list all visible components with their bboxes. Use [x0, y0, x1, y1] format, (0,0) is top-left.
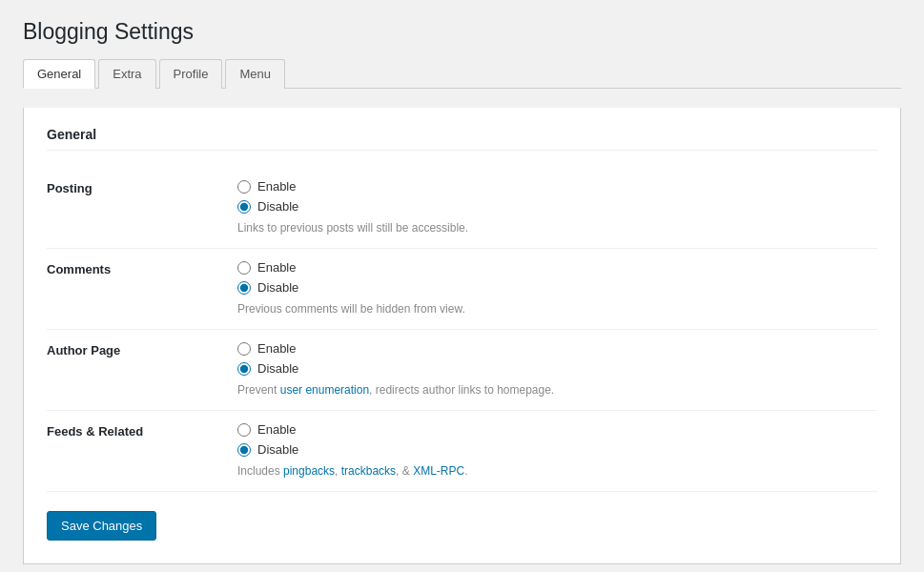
radio-comments-disable[interactable]: Disable: [237, 280, 877, 295]
radio-input-author-enable[interactable]: [237, 342, 251, 356]
link-user-enumeration[interactable]: user enumeration: [280, 383, 369, 397]
page-title: Blogging Settings: [23, 19, 901, 45]
radio-input-author-disable[interactable]: [237, 362, 251, 376]
radio-label-feeds-disable: Disable: [257, 442, 298, 457]
link-trackbacks[interactable]: trackbacks: [341, 464, 396, 478]
tab-profile[interactable]: Profile: [159, 59, 223, 89]
desc-posting: Links to previous posts will still be ac…: [237, 219, 877, 236]
link-xmlrpc[interactable]: XML-RPC: [413, 464, 464, 478]
radio-author-enable[interactable]: Enable: [237, 341, 877, 356]
settings-row-posting: Posting Enable Disable Links to previous…: [47, 168, 877, 249]
controls-feeds: Enable Disable Includes pingbacks, track…: [237, 422, 877, 480]
tab-general[interactable]: General: [23, 59, 95, 89]
radio-input-posting-enable[interactable]: [237, 180, 251, 194]
save-changes-button[interactable]: Save Changes: [47, 511, 156, 541]
controls-posting: Enable Disable Links to previous posts w…: [237, 179, 877, 236]
radio-comments-enable[interactable]: Enable: [237, 260, 877, 275]
desc-comments: Previous comments will be hidden from vi…: [237, 300, 877, 317]
label-feeds: Feeds & Related: [47, 422, 237, 439]
radio-input-feeds-enable[interactable]: [237, 423, 251, 437]
settings-row-comments: Comments Enable Disable Previous comment…: [47, 249, 877, 330]
tabs-bar: General Extra Profile Menu: [23, 58, 901, 89]
label-posting: Posting: [47, 179, 237, 195]
radio-label-author-enable: Enable: [257, 341, 296, 356]
radio-input-comments-disable[interactable]: [237, 281, 251, 295]
desc-author-page: Prevent user enumeration, redirects auth…: [237, 381, 877, 398]
radio-input-comments-enable[interactable]: [237, 261, 251, 275]
radio-posting-enable[interactable]: Enable: [237, 179, 877, 194]
label-author-page: Author Page: [47, 341, 237, 358]
tab-menu[interactable]: Menu: [225, 59, 285, 89]
controls-comments: Enable Disable Previous comments will be…: [237, 260, 877, 317]
label-comments: Comments: [47, 260, 237, 276]
link-pingbacks[interactable]: pingbacks: [283, 464, 335, 478]
radio-input-posting-disable[interactable]: [237, 200, 251, 214]
radio-label-comments-enable: Enable: [257, 260, 296, 275]
radio-posting-disable[interactable]: Disable: [237, 199, 877, 214]
page-container: Blogging Settings General Extra Profile …: [0, 0, 924, 572]
controls-author-page: Enable Disable Prevent user enumeration,…: [237, 341, 877, 398]
radio-input-feeds-disable[interactable]: [237, 443, 251, 457]
radio-label-posting-disable: Disable: [257, 199, 298, 214]
radio-feeds-enable[interactable]: Enable: [237, 422, 877, 437]
radio-feeds-disable[interactable]: Disable: [237, 442, 877, 457]
radio-label-posting-enable: Enable: [257, 179, 296, 194]
tab-extra[interactable]: Extra: [98, 59, 155, 89]
radio-label-author-disable: Disable: [257, 361, 298, 376]
radio-author-disable[interactable]: Disable: [237, 361, 877, 376]
settings-row-feeds: Feeds & Related Enable Disable Includes …: [47, 411, 877, 492]
content-area: General Posting Enable Disable Links to …: [23, 108, 901, 564]
section-title: General: [47, 127, 877, 151]
radio-label-feeds-enable: Enable: [257, 422, 296, 437]
radio-label-comments-disable: Disable: [257, 280, 298, 295]
settings-row-author-page: Author Page Enable Disable Prevent user …: [47, 330, 877, 411]
desc-feeds: Includes pingbacks, trackbacks, & XML-RP…: [237, 462, 877, 480]
